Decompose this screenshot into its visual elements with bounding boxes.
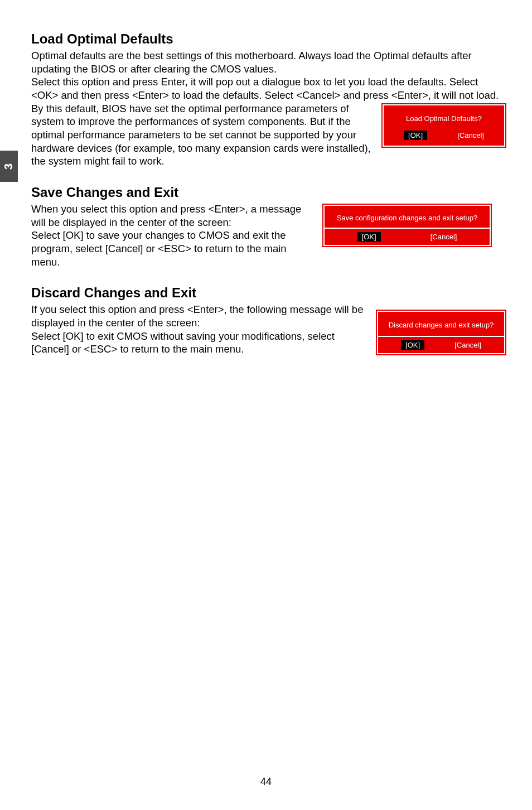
side-chapter-tab: 3: [0, 151, 18, 182]
heading-save-changes-and-exit: Save Changes and Exit: [31, 185, 505, 200]
paragraph: Optimal defaults are the best settings o…: [31, 49, 505, 75]
save-changes-dialog: Save configuration changes and exit setu…: [323, 205, 491, 246]
dialog-title: Load Optimal Defaults?: [388, 109, 500, 129]
heading-discard-changes-and-exit: Discard Changes and Exit: [31, 285, 505, 301]
dialog-title: Discard changes and exit setup?: [383, 315, 500, 336]
section-load-optimal-defaults: Load Optimal Defaults Optimal defaults a…: [31, 31, 505, 168]
paragraph: Select this option and press Enter, it w…: [31, 75, 505, 102]
paragraph: When you select this option and press <E…: [31, 202, 317, 229]
side-chapter-number: 3: [3, 163, 16, 169]
cancel-button[interactable]: [Cancel]: [454, 341, 481, 349]
paragraph: Select [OK] to save your changes to CMOS…: [31, 229, 317, 268]
section-save-changes-and-exit: Save Changes and Exit When you select th…: [31, 185, 505, 268]
paragraph: If you select this option and press <Ent…: [31, 303, 370, 329]
cancel-button[interactable]: [Cancel]: [457, 131, 484, 139]
heading-load-optimal-defaults: Load Optimal Defaults: [31, 31, 505, 47]
cancel-button[interactable]: [Cancel]: [431, 233, 457, 241]
page-content: Load Optimal Defaults Optimal defaults a…: [31, 31, 505, 373]
paragraph: By this default, BIOS have set the optim…: [31, 102, 376, 168]
page: 3 Load Optimal Defaults Optimal defaults…: [0, 0, 532, 810]
load-optimal-defaults-dialog: Load Optimal Defaults? [OK] [Cancel]: [383, 104, 505, 147]
paragraph: Select [OK] to exit CMOS without saving …: [31, 330, 370, 356]
section-discard-changes-and-exit: Discard Changes and Exit If you select t…: [31, 285, 505, 356]
ok-button[interactable]: [OK]: [401, 340, 424, 350]
discard-changes-dialog: Discard changes and exit setup? [OK] [Ca…: [377, 311, 505, 354]
page-number: 44: [0, 776, 532, 788]
ok-button[interactable]: [OK]: [404, 131, 427, 140]
ok-button[interactable]: [OK]: [357, 232, 381, 242]
dialog-title: Save configuration changes and exit setu…: [329, 209, 485, 228]
